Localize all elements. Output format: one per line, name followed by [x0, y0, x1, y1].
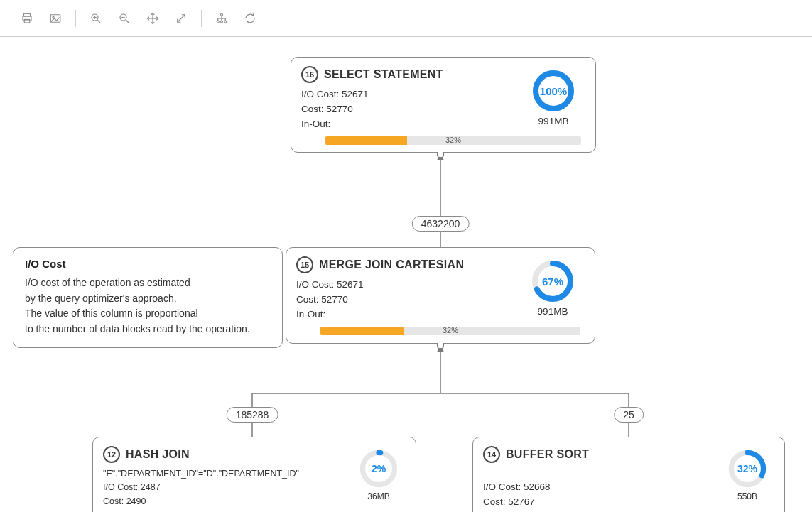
node-size: 36MB	[367, 491, 389, 501]
zoom-in-button[interactable]	[83, 6, 109, 31]
io-cost-value: 52671	[342, 89, 369, 99]
edge-label: 25	[614, 407, 644, 423]
refresh-button[interactable]	[237, 6, 263, 31]
cost-label: Cost:	[296, 294, 319, 305]
progress-bar: 32%	[325, 136, 581, 145]
pan-button[interactable]	[140, 6, 166, 31]
node-stats: I/O Cost: 52671 Cost: 52770 In-Out:	[301, 87, 521, 132]
expand-icon	[175, 12, 188, 25]
in-out-label: In-Out:	[296, 309, 325, 320]
cost-value: 2490	[126, 496, 146, 506]
cost-value: 52767	[508, 496, 535, 507]
svg-point-16	[217, 21, 219, 23]
io-cost-label: I/O Cost:	[296, 279, 334, 290]
node-id-badge: 16	[301, 66, 318, 83]
tooltip-body: I/O cost of the operation as estimated b…	[25, 276, 271, 337]
tooltip-io-cost: I/O Cost I/O cost of the operation as es…	[13, 247, 283, 348]
node-side: 100% 991MB	[521, 69, 585, 132]
predicate: "E"."DEPARTMENT_ID"="D"."DEPARTMENT_ID"	[103, 467, 352, 481]
image-export-icon	[49, 12, 62, 25]
io-cost-value: 52668	[524, 481, 551, 492]
svg-line-10	[126, 20, 129, 23]
edge-label: 4632200	[412, 216, 470, 232]
cost-ring: 67%	[531, 259, 575, 303]
cost-ring: 100%	[531, 69, 575, 113]
svg-point-17	[221, 21, 223, 23]
node-stats: "E"."DEPARTMENT_ID"="D"."DEPARTMENT_ID" …	[103, 467, 352, 508]
node-id-badge: 15	[296, 256, 313, 273]
toolbar-separator	[201, 10, 202, 27]
svg-line-14	[178, 14, 185, 22]
node-size: 550B	[737, 491, 757, 501]
refresh-icon	[244, 12, 256, 25]
plan-node-hash-join[interactable]: 12 HASH JOIN "E"."DEPARTMENT_ID"="D"."DE…	[92, 437, 416, 512]
cost-ring: 32%	[727, 449, 767, 489]
node-side: 32% 550B	[720, 449, 774, 510]
node-id-badge: 14	[483, 446, 500, 463]
plan-node-select-statement[interactable]: 16 SELECT STATEMENT I/O Cost: 52671 Cost…	[291, 57, 596, 153]
fit-screen-button[interactable]	[168, 6, 194, 31]
svg-line-6	[97, 20, 100, 23]
node-socket	[437, 152, 444, 158]
io-cost-label: I/O Cost:	[301, 89, 339, 99]
svg-point-15	[221, 13, 223, 16]
zoom-out-button[interactable]	[112, 6, 137, 31]
node-title: BUFFER SORT	[506, 448, 589, 461]
cost-value: 52770	[321, 294, 348, 305]
progress-percent: 32%	[443, 326, 458, 334]
plan-node-buffer-sort[interactable]: 14 BUFFER SORT I/O Cost: 52668 Cost: 527…	[472, 437, 785, 512]
io-cost-value: 2487	[141, 482, 161, 492]
cost-label: Cost:	[301, 104, 324, 114]
tree-icon	[215, 12, 228, 25]
zoom-in-icon	[90, 12, 102, 25]
progress-percent: 32%	[445, 136, 461, 144]
cost-label: Cost:	[483, 496, 506, 507]
cost-value: 52770	[326, 104, 353, 114]
node-title: MERGE JOIN CARTESIAN	[319, 258, 464, 271]
node-stats: I/O Cost: 52668 Cost: 52767	[483, 467, 720, 510]
io-cost-label: I/O Cost:	[103, 482, 138, 492]
ring-percent: 100%	[531, 69, 575, 113]
toolbar	[0, 0, 812, 37]
node-stats: I/O Cost: 52671 Cost: 52770 In-Out:	[296, 278, 521, 322]
node-title: SELECT STATEMENT	[324, 68, 443, 81]
node-id-badge: 12	[103, 446, 120, 463]
io-cost-value: 52671	[337, 279, 364, 290]
ring-percent: 2%	[359, 449, 399, 489]
cost-label: Cost:	[103, 496, 124, 506]
ring-percent: 67%	[531, 259, 575, 303]
plan-canvas[interactable]: 16 SELECT STATEMENT I/O Cost: 52671 Cost…	[0, 37, 812, 512]
toolbar-separator	[75, 10, 76, 27]
zoom-out-icon	[118, 12, 131, 25]
tree-layout-button[interactable]	[209, 6, 234, 31]
node-socket	[437, 343, 444, 349]
print-button[interactable]	[14, 6, 40, 31]
plan-node-merge-join-cartesian[interactable]: 15 MERGE JOIN CARTESIAN I/O Cost: 52671 …	[286, 247, 595, 344]
node-size: 991MB	[538, 306, 568, 317]
node-side: 67% 991MB	[521, 259, 585, 322]
print-icon	[21, 12, 33, 25]
pan-icon	[146, 12, 159, 25]
node-title: HASH JOIN	[126, 448, 190, 461]
io-cost-label: I/O Cost:	[483, 481, 521, 492]
svg-rect-2	[24, 19, 30, 23]
export-image-button[interactable]	[43, 6, 68, 31]
edge-label: 185288	[227, 407, 278, 423]
node-side: 2% 36MB	[352, 449, 406, 508]
node-size: 991MB	[538, 116, 569, 126]
progress-bar: 32%	[320, 327, 580, 335]
ring-percent: 32%	[727, 449, 767, 489]
tooltip-title: I/O Cost	[25, 258, 271, 270]
svg-point-18	[224, 21, 227, 23]
in-out-label: In-Out:	[301, 119, 330, 129]
cost-ring: 2%	[359, 449, 399, 489]
svg-point-4	[53, 16, 54, 18]
